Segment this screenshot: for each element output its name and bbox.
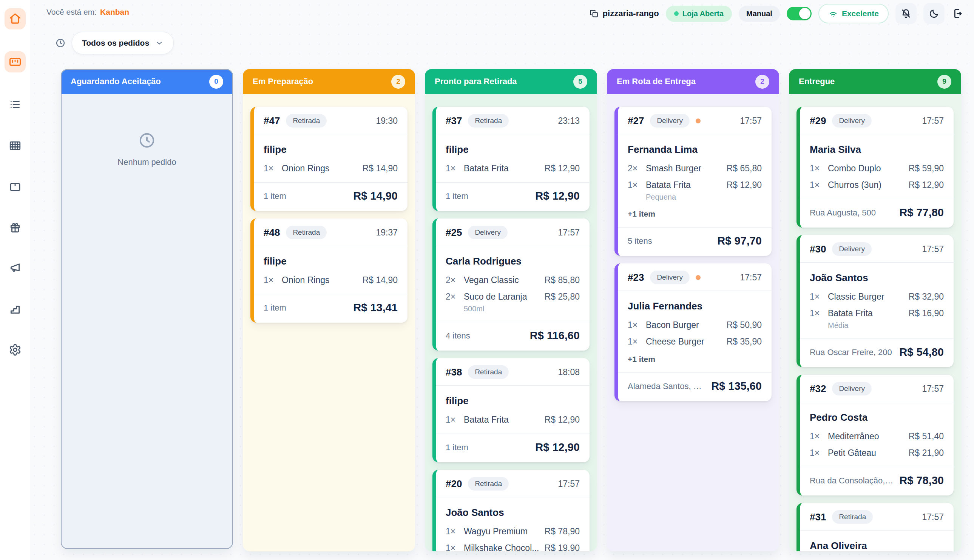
copy-icon[interactable] [589, 9, 599, 18]
order-total: R$ 77,80 [899, 207, 944, 219]
customer-name: João Santos [810, 272, 944, 284]
customer-name: filipe [264, 144, 398, 155]
item-note: 500ml [464, 305, 580, 313]
item-price: R$ 35,90 [727, 337, 762, 347]
order-card-footer: Alameda Santos, 1500R$ 135,60 [618, 372, 772, 401]
customer-name: Julia Fernandes [628, 300, 762, 312]
clock-icon [55, 38, 66, 48]
customer-name: Ana Oliveira [810, 540, 944, 551]
sidebar-item-home[interactable] [5, 8, 26, 30]
order-time: 17:57 [922, 244, 944, 254]
column-body[interactable]: #29Delivery17:57Maria Silva1×Combo Duplo… [789, 94, 961, 551]
footer-label: 5 itens [628, 236, 652, 246]
sidebar-item-gift[interactable] [5, 217, 26, 238]
order-card[interactable]: #32Delivery17:57Pedro Costa1×Mediterrâne… [797, 375, 954, 495]
item-name: Milkshake Chocol... [464, 543, 545, 551]
order-item-row: 1×Wagyu PremiumR$ 78,90 [446, 527, 580, 537]
notifications-muted-button[interactable] [895, 3, 917, 24]
order-card-body: filipe1×Onion RingsR$ 14,90 [254, 134, 408, 182]
item-price: R$ 12,90 [727, 180, 762, 190]
item-name: Cheese Burger [646, 337, 727, 347]
dark-mode-button[interactable] [923, 3, 944, 24]
item-qty: 1× [446, 543, 464, 551]
order-number: #29 [810, 115, 826, 127]
footer-label: 1 item [446, 191, 468, 201]
order-number: #27 [628, 115, 644, 127]
order-item-row: 1×MediterrâneoR$ 51,40 [810, 431, 944, 442]
order-card[interactable]: #31Retirada17:57Ana Oliveira [797, 503, 954, 551]
column-count-badge: 2 [755, 75, 769, 89]
order-type-badge: Delivery [650, 114, 690, 128]
order-type-badge: Delivery [832, 382, 872, 395]
products-box-icon [9, 180, 22, 193]
item-qty: 1× [628, 337, 646, 347]
item-price: R$ 32,90 [909, 292, 944, 302]
order-time: 17:57 [922, 116, 944, 126]
order-card[interactable]: #27Delivery17:57Fernanda Lima2×Smash Bur… [615, 107, 772, 256]
item-price: R$ 19,90 [545, 543, 580, 551]
kanban-icon [8, 55, 22, 69]
reports-chart-icon [9, 303, 22, 315]
breadcrumb: Você está em: Kanban [47, 8, 129, 17]
kanban-column: Em Rota de Entrega2#27Delivery17:57Ferna… [607, 69, 779, 551]
order-card[interactable]: #47Retirada19:30filipe1×Onion RingsR$ 14… [251, 107, 408, 211]
column-title: Em Rota de Entrega [617, 77, 696, 87]
sidebar-item-megaphone[interactable] [5, 257, 26, 278]
sidebar-item-kanban[interactable] [5, 51, 26, 72]
column-header: Aguardando Aceitação0 [61, 69, 233, 94]
more-items: +1 item [628, 210, 762, 218]
order-time: 23:13 [558, 116, 580, 126]
order-card[interactable]: #48Retirada19:37filipe1×Onion RingsR$ 14… [251, 218, 408, 323]
empty-state-label: Nenhum pedido [117, 157, 176, 167]
order-card-body: filipe1×Batata FritaR$ 12,90 [436, 386, 590, 433]
order-card[interactable]: #29Delivery17:57Maria Silva1×Combo Duplo… [797, 107, 954, 228]
order-card[interactable]: #23Delivery17:57Julia Fernandes1×Bacon B… [615, 263, 772, 401]
sidebar-item-reports-chart[interactable] [5, 298, 26, 320]
toggle-knob [799, 8, 810, 19]
order-time: 19:30 [376, 116, 398, 126]
kanban-board: Aguardando Aceitação0Nenhum pedidoEm Pre… [61, 69, 961, 551]
column-body[interactable]: #37Retirada23:13filipe1×Batata FritaR$ 1… [425, 94, 597, 551]
sidebar-item-settings-gear[interactable] [5, 339, 26, 360]
orders-filter-dropdown[interactable]: Todos os pedidos [72, 32, 174, 54]
column-count-badge: 5 [573, 75, 587, 89]
order-type-badge: Retirada [832, 510, 873, 524]
priority-dot-icon [696, 118, 700, 123]
column-body[interactable]: Nenhum pedido [61, 94, 233, 549]
column-count-badge: 2 [391, 75, 405, 89]
logout-button[interactable] [951, 8, 964, 20]
order-total: R$ 12,90 [535, 190, 580, 202]
item-qty: 1× [810, 431, 828, 442]
item-price: R$ 78,90 [545, 527, 580, 537]
item-name: Vegan Classic [464, 275, 545, 285]
order-card[interactable]: #37Retirada23:13filipe1×Batata FritaR$ 1… [433, 107, 590, 211]
order-time: 19:37 [376, 228, 398, 238]
order-card[interactable]: #38Retirada18:08filipe1×Batata FritaR$ 1… [433, 358, 590, 462]
order-card[interactable]: #20Retirada17:57João Santos1×Wagyu Premi… [433, 470, 590, 551]
store-open-toggle[interactable] [787, 7, 812, 20]
mode-badge: Manual [739, 6, 780, 22]
order-card[interactable]: #30Delivery17:57João Santos1×Classic Bur… [797, 235, 954, 367]
order-card[interactable]: #25Delivery17:57Carla Rodrigues2×Vegan C… [433, 218, 590, 350]
priority-dot-icon [696, 275, 700, 280]
order-number: #48 [264, 227, 280, 238]
item-qty: 1× [810, 448, 828, 458]
footer-label: 4 itens [446, 331, 470, 341]
item-qty: 1× [810, 163, 828, 173]
sidebar-item-products-box[interactable] [5, 176, 26, 197]
sidebar-item-orders-list[interactable] [5, 94, 26, 115]
sidebar-item-tables-grid[interactable] [5, 135, 26, 156]
column-body[interactable]: #27Delivery17:57Fernanda Lima2×Smash Bur… [607, 94, 779, 551]
item-qty: 1× [446, 415, 464, 425]
order-item-row: 1×Cheese BurgerR$ 35,90 [628, 337, 762, 347]
item-qty: 1× [446, 163, 464, 173]
megaphone-icon [9, 262, 22, 274]
order-card-footer: Rua Oscar Freire, 200R$ 54,80 [800, 338, 954, 367]
kanban-column: Em Preparação2#47Retirada19:30filipe1×On… [243, 69, 415, 551]
order-card-body: Ana Oliveira [800, 530, 954, 551]
item-qty: 1× [810, 308, 828, 318]
mode-label: Manual [746, 10, 772, 18]
customer-name: filipe [264, 255, 398, 267]
order-card-footer: 1 itemR$ 12,90 [436, 182, 590, 211]
column-body[interactable]: #47Retirada19:30filipe1×Onion RingsR$ 14… [243, 94, 415, 551]
